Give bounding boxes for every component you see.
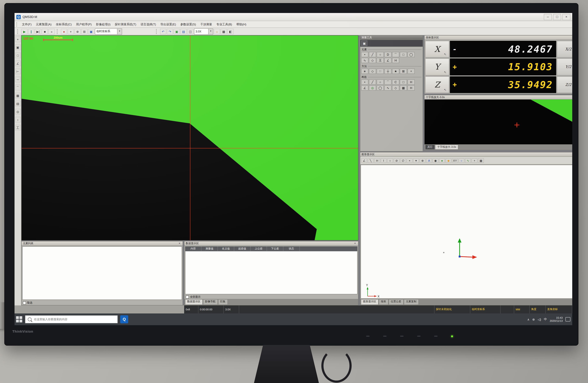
layout-icon[interactable]: ◧ bbox=[227, 29, 233, 34]
star-pick-icon[interactable]: ★ bbox=[392, 69, 399, 74]
pan-icon[interactable]: ◉ bbox=[433, 158, 439, 163]
play-icon[interactable]: ▶ bbox=[21, 29, 27, 34]
erase-icon[interactable]: ∅ bbox=[400, 158, 406, 163]
data-table-body[interactable] bbox=[185, 251, 357, 294]
axis-button[interactable]: X ↖ bbox=[425, 41, 449, 58]
arc-tool-icon[interactable]: ⌒ bbox=[15, 85, 21, 90]
minimize-button[interactable]: – bbox=[544, 14, 552, 20]
region-pick-icon[interactable]: ⊠ bbox=[400, 69, 407, 74]
qms3d-taskbar-icon[interactable]: Q bbox=[120, 315, 128, 323]
construct-h-icon[interactable]: Η bbox=[408, 85, 415, 91]
step-forward-icon[interactable]: ▶| bbox=[35, 29, 41, 34]
construct-point-icon[interactable]: • bbox=[361, 80, 368, 85]
grid-tool-icon[interactable]: ▦ bbox=[15, 93, 21, 98]
snapshot-icon[interactable]: ▣ bbox=[361, 41, 367, 46]
curve-icon[interactable]: ∿ bbox=[361, 58, 368, 63]
auto-detect-icon[interactable]: ∗ bbox=[361, 69, 368, 74]
edge-tool-icon[interactable]: ⊢ bbox=[15, 69, 21, 74]
arc-icon[interactable]: ⌒ bbox=[392, 52, 399, 57]
distance-icon[interactable]: 王 bbox=[377, 58, 384, 63]
list-tool-icon[interactable]: ▤ bbox=[15, 101, 21, 106]
axis-button[interactable]: Z ↖ bbox=[425, 76, 449, 93]
angle-tool-icon[interactable]: ∠ bbox=[15, 61, 21, 66]
delete-icon[interactable]: × bbox=[407, 158, 413, 163]
select-checkbox[interactable] bbox=[23, 301, 26, 304]
arc-select-icon[interactable]: ⊘ bbox=[394, 158, 399, 163]
coordinate-system-combo[interactable]: 临时坐标系 ▾ bbox=[95, 28, 122, 34]
half-button[interactable]: Y/2 bbox=[557, 59, 572, 75]
maximize-button[interactable]: □ bbox=[553, 14, 561, 20]
zoom-text-icon[interactable]: Α bbox=[426, 158, 432, 163]
clock[interactable]: 15:43 2020/11/13 bbox=[550, 316, 563, 322]
menu-item[interactable]: 用户程序(P) bbox=[74, 21, 94, 27]
construct-open-arc-icon[interactable]: C bbox=[392, 80, 399, 85]
redo-icon[interactable]: ↷ bbox=[167, 29, 173, 34]
data-column-header[interactable]: 状态 bbox=[283, 246, 300, 251]
shading-icon[interactable]: ▩ bbox=[221, 29, 227, 34]
circle-icon[interactable]: ○ bbox=[377, 52, 384, 57]
volume-icon[interactable]: ◁) bbox=[538, 318, 541, 321]
data-column-header[interactable]: 上公差 bbox=[251, 246, 267, 251]
diamond-pick-icon[interactable]: ◇ bbox=[369, 69, 376, 74]
start-button[interactable] bbox=[16, 316, 22, 323]
dropdown-arrow-icon[interactable]: ▾ bbox=[117, 29, 122, 34]
height-select-icon[interactable]: Η bbox=[374, 158, 380, 163]
dropdown-arrow-icon[interactable]: ▾ bbox=[208, 29, 213, 34]
line-icon[interactable]: ╱ bbox=[369, 52, 376, 57]
image-measure-icon[interactable]: ▣ bbox=[174, 29, 180, 34]
add-point-icon[interactable]: + bbox=[408, 69, 415, 74]
menu-item[interactable]: 坐标系统(C) bbox=[54, 21, 74, 27]
data-column-header[interactable]: 名义值 bbox=[218, 246, 234, 251]
image-grid-icon[interactable]: ▤ bbox=[180, 29, 187, 34]
construct-tangent-icon[interactable]: ◎ bbox=[369, 85, 376, 91]
search-input[interactable] bbox=[33, 318, 115, 321]
panel-close-icon[interactable]: × bbox=[353, 242, 357, 245]
construct-arc-icon[interactable]: ⌒ bbox=[384, 80, 392, 85]
polygon-icon[interactable]: ◇ bbox=[369, 58, 376, 63]
data-tab[interactable]: 影像导航 bbox=[203, 299, 218, 305]
flag-icon[interactable]: ◆ bbox=[445, 158, 451, 163]
construct-line-icon[interactable]: ╱ bbox=[369, 80, 376, 85]
record-icon[interactable]: ● bbox=[61, 29, 67, 34]
fast-forward-icon[interactable]: » bbox=[48, 29, 55, 34]
point-mark-icon[interactable]: ○ bbox=[459, 158, 464, 163]
undo-icon[interactable]: ↶ bbox=[160, 29, 166, 34]
menu-item[interactable]: 导出设置(E) bbox=[158, 21, 178, 27]
construct-angle-icon[interactable]: ∠ bbox=[361, 85, 368, 91]
zoom-in-icon[interactable]: ⊕ bbox=[420, 158, 425, 163]
angle-select-icon[interactable]: ∠ bbox=[361, 158, 367, 163]
xy-label-icon[interactable]: XY bbox=[452, 158, 458, 163]
dshape-icon[interactable]: D bbox=[384, 52, 392, 57]
construct-tool-icon[interactable]: 工 bbox=[15, 125, 21, 130]
select-tool-icon[interactable]: □ bbox=[15, 53, 21, 58]
anchor-icon[interactable]: + bbox=[472, 158, 477, 163]
menu-item[interactable]: 元素预置(A) bbox=[34, 21, 54, 27]
data-column-header[interactable]: 超差值 bbox=[234, 246, 251, 251]
construct-poly-icon[interactable]: ◇ bbox=[392, 85, 399, 91]
graphics-tab[interactable]: 图形显示区 bbox=[361, 299, 378, 305]
close-button[interactable]: × bbox=[562, 14, 570, 20]
search-box[interactable] bbox=[25, 315, 118, 323]
zoom-tab[interactable]: 十字线放大-3.0x bbox=[435, 145, 458, 149]
pause-icon[interactable]: ∥ bbox=[28, 29, 34, 34]
axis-rotate-icon[interactable]: ⊕ bbox=[74, 29, 81, 34]
fill-icon[interactable]: ● bbox=[439, 158, 445, 163]
axis-align-icon[interactable]: ⊞ bbox=[81, 29, 87, 34]
angle-icon[interactable]: ∠ bbox=[384, 58, 392, 63]
zoom-view[interactable] bbox=[424, 100, 572, 144]
half-button[interactable]: Z/2 bbox=[557, 76, 572, 93]
construct-rect-icon[interactable]: □ bbox=[400, 80, 407, 85]
menu-item[interactable]: 文件(F) bbox=[20, 21, 34, 27]
more-dropdown-icon[interactable]: ▾ bbox=[413, 158, 419, 163]
graphics-tab[interactable]: 位置公差 bbox=[389, 299, 403, 305]
data-tab[interactable]: 数据显示区 bbox=[185, 299, 203, 305]
element-list-body[interactable] bbox=[22, 246, 182, 300]
graphics-canvas[interactable]: Y X bbox=[361, 165, 572, 298]
light-adjust-icon[interactable]: ☼ bbox=[214, 29, 220, 34]
data-column-header[interactable]: 测量值 bbox=[201, 246, 218, 251]
camera-tool-icon[interactable]: ▣ bbox=[15, 44, 21, 50]
curve-mark-icon[interactable]: ∿ bbox=[465, 158, 471, 163]
half-button[interactable]: X/2 bbox=[557, 41, 572, 58]
construct-grid-icon[interactable]: ▦ bbox=[400, 85, 407, 91]
network-icon[interactable]: ⊕ bbox=[532, 318, 535, 321]
